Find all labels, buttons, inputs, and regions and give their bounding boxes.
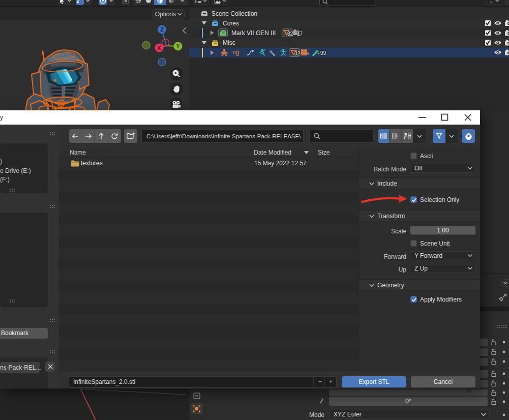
svg-text:Y: Y (176, 44, 180, 49)
svg-text:X: X (158, 45, 161, 51)
svg-text:Z: Z (160, 27, 163, 33)
